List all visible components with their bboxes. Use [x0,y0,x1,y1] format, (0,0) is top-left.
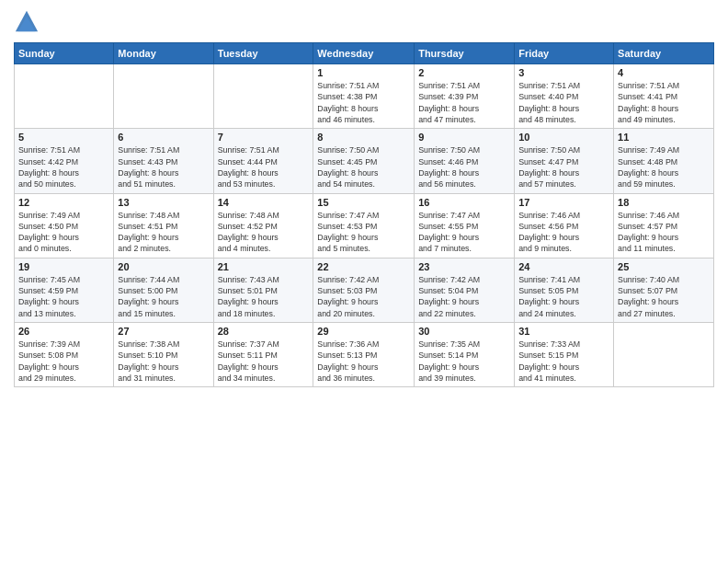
calendar-cell: 26Sunrise: 7:39 AM Sunset: 5:08 PM Dayli… [15,323,114,387]
day-info: Sunrise: 7:51 AM Sunset: 4:41 PM Dayligh… [618,80,710,125]
calendar-cell: 14Sunrise: 7:48 AM Sunset: 4:52 PM Dayli… [213,193,313,258]
calendar-cell: 10Sunrise: 7:50 AM Sunset: 4:47 PM Dayli… [515,129,614,193]
calendar-week-4: 19Sunrise: 7:45 AM Sunset: 4:59 PM Dayli… [15,258,714,322]
day-number: 4 [618,67,710,78]
day-number: 26 [18,326,109,337]
calendar-cell: 4Sunrise: 7:51 AM Sunset: 4:41 PM Daylig… [614,64,714,129]
calendar-cell [614,323,714,387]
weekday-header-friday: Friday [515,43,614,64]
day-info: Sunrise: 7:47 AM Sunset: 4:53 PM Dayligh… [317,210,410,255]
day-info: Sunrise: 7:38 AM Sunset: 5:10 PM Dayligh… [118,339,209,384]
day-info: Sunrise: 7:51 AM Sunset: 4:38 PM Dayligh… [317,80,410,125]
day-number: 3 [518,67,609,78]
calendar-cell: 1Sunrise: 7:51 AM Sunset: 4:38 PM Daylig… [313,64,415,129]
day-info: Sunrise: 7:50 AM Sunset: 4:46 PM Dayligh… [418,144,510,190]
day-info: Sunrise: 7:40 AM Sunset: 5:07 PM Dayligh… [618,274,710,319]
day-info: Sunrise: 7:42 AM Sunset: 5:04 PM Dayligh… [418,274,510,319]
day-info: Sunrise: 7:35 AM Sunset: 5:14 PM Dayligh… [418,339,510,384]
calendar-cell [15,64,114,129]
calendar: SundayMondayTuesdayWednesdayThursdayFrid… [14,42,714,387]
calendar-cell: 8Sunrise: 7:50 AM Sunset: 4:45 PM Daylig… [313,129,415,193]
day-info: Sunrise: 7:51 AM Sunset: 4:42 PM Dayligh… [18,144,109,190]
calendar-cell: 19Sunrise: 7:45 AM Sunset: 4:59 PM Dayli… [15,258,114,322]
calendar-cell: 28Sunrise: 7:37 AM Sunset: 5:11 PM Dayli… [213,323,313,387]
day-number: 13 [118,197,209,208]
calendar-cell: 27Sunrise: 7:38 AM Sunset: 5:10 PM Dayli… [114,323,213,387]
calendar-cell: 7Sunrise: 7:51 AM Sunset: 4:44 PM Daylig… [213,129,313,193]
day-number: 20 [118,261,209,272]
day-number: 7 [218,132,310,143]
calendar-cell: 30Sunrise: 7:35 AM Sunset: 5:14 PM Dayli… [415,323,515,387]
calendar-cell: 13Sunrise: 7:48 AM Sunset: 4:51 PM Dayli… [114,193,213,258]
day-info: Sunrise: 7:51 AM Sunset: 4:40 PM Dayligh… [518,80,609,125]
day-info: Sunrise: 7:33 AM Sunset: 5:15 PM Dayligh… [518,339,609,384]
day-number: 25 [618,261,710,272]
day-number: 29 [317,326,410,337]
day-number: 11 [618,132,710,143]
calendar-cell: 3Sunrise: 7:51 AM Sunset: 4:40 PM Daylig… [515,64,614,129]
calendar-cell [213,64,313,129]
calendar-cell: 5Sunrise: 7:51 AM Sunset: 4:42 PM Daylig… [15,129,114,193]
calendar-week-1: 1Sunrise: 7:51 AM Sunset: 4:38 PM Daylig… [15,64,714,129]
weekday-header-row: SundayMondayTuesdayWednesdayThursdayFrid… [15,43,714,64]
calendar-week-3: 12Sunrise: 7:49 AM Sunset: 4:50 PM Dayli… [15,193,714,258]
calendar-cell: 9Sunrise: 7:50 AM Sunset: 4:46 PM Daylig… [415,129,515,193]
calendar-cell: 31Sunrise: 7:33 AM Sunset: 5:15 PM Dayli… [515,323,614,387]
day-number: 30 [418,326,510,337]
day-number: 2 [418,67,510,78]
day-number: 8 [317,132,410,143]
day-number: 23 [418,261,510,272]
day-info: Sunrise: 7:50 AM Sunset: 4:47 PM Dayligh… [518,144,609,190]
day-number: 9 [418,132,510,143]
calendar-cell: 15Sunrise: 7:47 AM Sunset: 4:53 PM Dayli… [313,193,415,258]
header [14,9,714,35]
calendar-cell: 2Sunrise: 7:51 AM Sunset: 4:39 PM Daylig… [415,64,515,129]
calendar-cell: 12Sunrise: 7:49 AM Sunset: 4:50 PM Dayli… [15,193,114,258]
day-info: Sunrise: 7:47 AM Sunset: 4:55 PM Dayligh… [418,210,510,255]
calendar-cell: 18Sunrise: 7:46 AM Sunset: 4:57 PM Dayli… [614,193,714,258]
day-number: 21 [218,261,310,272]
day-info: Sunrise: 7:48 AM Sunset: 4:52 PM Dayligh… [218,210,310,255]
weekday-header-tuesday: Tuesday [213,43,313,64]
day-info: Sunrise: 7:42 AM Sunset: 5:03 PM Dayligh… [317,274,410,319]
day-number: 12 [18,197,109,208]
weekday-header-wednesday: Wednesday [313,43,415,64]
day-number: 27 [118,326,209,337]
day-number: 17 [518,197,609,208]
day-info: Sunrise: 7:49 AM Sunset: 4:50 PM Dayligh… [18,210,109,255]
day-info: Sunrise: 7:36 AM Sunset: 5:13 PM Dayligh… [317,339,410,384]
day-info: Sunrise: 7:44 AM Sunset: 5:00 PM Dayligh… [118,274,209,319]
weekday-header-sunday: Sunday [15,43,114,64]
calendar-cell: 29Sunrise: 7:36 AM Sunset: 5:13 PM Dayli… [313,323,415,387]
day-info: Sunrise: 7:51 AM Sunset: 4:39 PM Dayligh… [418,80,510,125]
calendar-cell: 16Sunrise: 7:47 AM Sunset: 4:55 PM Dayli… [415,193,515,258]
day-number: 18 [618,197,710,208]
day-info: Sunrise: 7:50 AM Sunset: 4:45 PM Dayligh… [317,144,410,190]
day-info: Sunrise: 7:48 AM Sunset: 4:51 PM Dayligh… [118,210,209,255]
day-info: Sunrise: 7:37 AM Sunset: 5:11 PM Dayligh… [218,339,310,384]
day-number: 24 [518,261,609,272]
day-info: Sunrise: 7:51 AM Sunset: 4:44 PM Dayligh… [218,144,310,190]
weekday-header-monday: Monday [114,43,213,64]
day-number: 19 [18,261,109,272]
page-container: SundayMondayTuesdayWednesdayThursdayFrid… [0,0,728,395]
calendar-cell: 24Sunrise: 7:41 AM Sunset: 5:05 PM Dayli… [515,258,614,322]
logo-icon [14,9,40,35]
calendar-cell: 17Sunrise: 7:46 AM Sunset: 4:56 PM Dayli… [515,193,614,258]
day-info: Sunrise: 7:46 AM Sunset: 4:56 PM Dayligh… [518,210,609,255]
day-info: Sunrise: 7:39 AM Sunset: 5:08 PM Dayligh… [18,339,109,384]
day-info: Sunrise: 7:51 AM Sunset: 4:43 PM Dayligh… [118,144,209,190]
calendar-cell: 25Sunrise: 7:40 AM Sunset: 5:07 PM Dayli… [614,258,714,322]
day-number: 28 [218,326,310,337]
weekday-header-saturday: Saturday [614,43,714,64]
calendar-cell: 20Sunrise: 7:44 AM Sunset: 5:00 PM Dayli… [114,258,213,322]
day-info: Sunrise: 7:43 AM Sunset: 5:01 PM Dayligh… [218,274,310,319]
calendar-week-5: 26Sunrise: 7:39 AM Sunset: 5:08 PM Dayli… [15,323,714,387]
day-number: 10 [518,132,609,143]
calendar-cell [114,64,213,129]
calendar-cell: 6Sunrise: 7:51 AM Sunset: 4:43 PM Daylig… [114,129,213,193]
weekday-header-thursday: Thursday [415,43,515,64]
day-info: Sunrise: 7:41 AM Sunset: 5:05 PM Dayligh… [518,274,609,319]
day-number: 6 [118,132,209,143]
calendar-week-2: 5Sunrise: 7:51 AM Sunset: 4:42 PM Daylig… [15,129,714,193]
